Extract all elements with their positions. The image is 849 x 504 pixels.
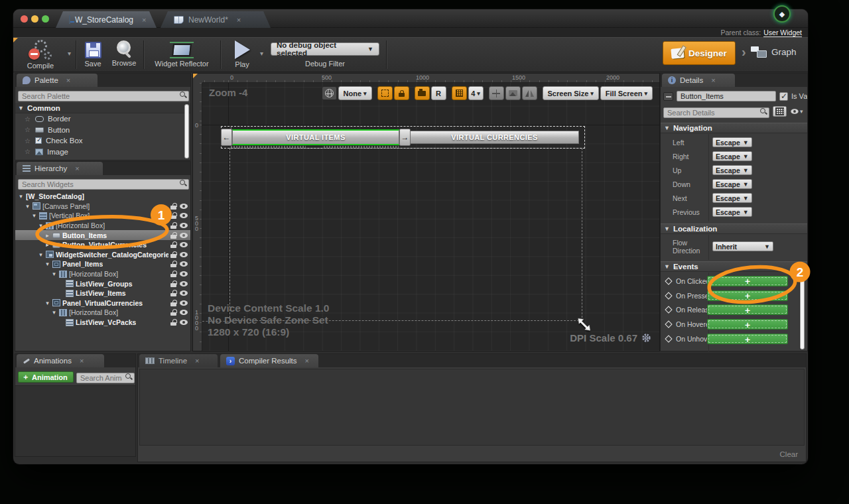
expander-icon[interactable]: ▾ <box>51 309 57 316</box>
expander-icon[interactable]: ▸ <box>44 232 50 239</box>
tab-details[interactable]: i Details × <box>662 74 735 87</box>
anchor-tool-button[interactable] <box>489 86 504 100</box>
tab-compiler-results[interactable]: › Compiler Results × <box>220 354 318 367</box>
close-window-button[interactable] <box>21 15 28 23</box>
compiler-log-area[interactable] <box>139 369 805 446</box>
graph-mode-button[interactable]: Graph <box>751 46 797 58</box>
play-options-chevron-icon[interactable]: ▾ <box>260 50 263 57</box>
lock-icon[interactable] <box>170 203 176 210</box>
section-localization[interactable]: ▼ Localization <box>661 223 807 234</box>
palette-search-input[interactable] <box>18 91 189 101</box>
favorite-star-icon[interactable]: ☆ <box>25 126 31 133</box>
tab-hierarchy[interactable]: Hierarchy × <box>17 162 103 175</box>
canvas-arrow-right-handle[interactable]: → <box>399 129 411 146</box>
flip-preview-button[interactable] <box>522 86 537 100</box>
hierarchy-row-button-items[interactable]: ▸Button_Items <box>15 230 190 240</box>
on-unhovered-add-button[interactable]: ＋ <box>707 334 788 344</box>
localization-preview-button[interactable] <box>322 86 337 100</box>
palette-scrollbar[interactable] <box>184 104 189 158</box>
widget-name-input[interactable] <box>677 91 776 101</box>
palette-item-button[interactable]: ☆Button <box>15 125 190 136</box>
nav-down-dropdown[interactable]: Escape▼ <box>712 179 752 189</box>
close-icon[interactable]: × <box>80 357 84 365</box>
canvas-button-virtual-currencies[interactable]: VIRTUAL CURRENCIES <box>410 131 579 144</box>
palette-section-common[interactable]: ▼ Common <box>15 103 190 113</box>
lock-icon[interactable] <box>170 281 176 287</box>
palette-item-border[interactable]: ☆Border <box>15 113 190 125</box>
ruler-toggle-button[interactable]: R <box>431 86 446 100</box>
visibility-eye-icon[interactable] <box>180 320 188 325</box>
grid-size-stepper[interactable]: 4▾ <box>468 86 484 100</box>
preview-background-button[interactable] <box>505 86 521 100</box>
lock-icon[interactable] <box>170 309 176 316</box>
nav-next-dropdown[interactable]: Escape▼ <box>712 193 752 203</box>
hierarchy-row-listview-items[interactable]: ListView_Items <box>15 288 190 298</box>
designer-mode-button[interactable]: Designer <box>663 41 736 65</box>
save-button[interactable]: Save <box>78 40 107 68</box>
document-tab-w-storecatalog[interactable]: W_StoreCatalog × <box>56 11 157 28</box>
expander-icon[interactable]: ▾ <box>44 261 50 267</box>
visibility-eye-icon[interactable] <box>180 300 188 306</box>
parent-class-link[interactable]: User Widget <box>763 29 802 37</box>
close-icon[interactable]: × <box>237 16 241 24</box>
hierarchy-search-input[interactable] <box>18 179 189 190</box>
lock-icon[interactable] <box>170 232 176 239</box>
lock-icon[interactable] <box>170 300 176 306</box>
add-animation-button[interactable]: ＋ Animation <box>18 371 74 383</box>
lock-icon[interactable] <box>170 290 176 296</box>
visibility-eye-icon[interactable] <box>180 242 188 247</box>
expander-icon[interactable]: ▾ <box>51 271 57 277</box>
lock-icon[interactable] <box>170 212 176 219</box>
lock-icon[interactable] <box>170 271 176 277</box>
lock-icon[interactable] <box>170 251 176 258</box>
toggle-outlines-button[interactable] <box>377 86 393 100</box>
compact-view-button[interactable] <box>663 92 673 101</box>
hierarchy-row-horizontal-box[interactable]: ▾[Horizontal Box] <box>15 269 190 279</box>
visibility-eye-icon[interactable] <box>180 252 188 257</box>
favorite-star-icon[interactable]: ☆ <box>25 137 31 145</box>
lock-icon[interactable] <box>170 241 176 248</box>
lock-icon[interactable] <box>170 261 176 267</box>
on-hovered-add-button[interactable]: ＋ <box>707 319 788 330</box>
nav-left-dropdown[interactable]: Escape▼ <box>712 137 752 147</box>
on-pressed-add-button[interactable]: ＋ <box>707 290 788 301</box>
section-events[interactable]: ▼ Events <box>661 261 807 272</box>
nav-previous-dropdown[interactable]: Escape▼ <box>712 207 752 217</box>
designer-canvas[interactable]: 0500100015002000 05 0 01 0 0 0 Zoom -4 N… <box>192 73 660 351</box>
property-matrix-button[interactable] <box>773 106 787 117</box>
visibility-eye-icon[interactable] <box>180 204 188 209</box>
visibility-eye-icon[interactable] <box>180 261 188 267</box>
gear-icon[interactable] <box>641 333 651 343</box>
canvas-button-virtual-items[interactable]: VIRTUAL ITEMS <box>232 129 399 145</box>
visibility-eye-icon[interactable] <box>180 223 188 228</box>
close-icon[interactable]: × <box>305 357 309 365</box>
expander-icon[interactable]: ▾ <box>25 203 31 210</box>
hierarchy-row-vertical-box[interactable]: ▾[Vertical Box] <box>15 211 190 221</box>
clear-log-button[interactable]: Clear <box>780 450 798 458</box>
close-icon[interactable]: × <box>195 357 199 365</box>
hierarchy-row-listview-groups[interactable]: ListView_Groups <box>15 279 190 288</box>
hierarchy-row-listview-vcpacks[interactable]: ListView_VcPacks <box>15 318 190 328</box>
expander-icon[interactable]: ▾ <box>31 212 37 219</box>
preview-language-dropdown[interactable]: None▾ <box>338 86 372 100</box>
browse-button[interactable]: Browse <box>107 40 141 67</box>
view-options-button[interactable]: ▾ <box>789 106 806 117</box>
lock-icon[interactable] <box>170 319 176 326</box>
palette-item-check-box[interactable]: ☆Check Box <box>15 135 190 147</box>
tab-timeline[interactable]: Timeline × <box>139 354 218 367</box>
expander-icon[interactable]: ▸ <box>44 241 50 248</box>
nav-right-dropdown[interactable]: Escape▼ <box>712 151 752 161</box>
pixel-snap-button[interactable] <box>415 86 430 100</box>
close-icon[interactable]: × <box>142 16 146 24</box>
tab-animations[interactable]: Animations × <box>17 354 104 367</box>
details-scrollbar[interactable] <box>800 277 805 349</box>
close-icon[interactable]: × <box>66 76 70 84</box>
visibility-eye-icon[interactable] <box>180 233 188 238</box>
expander-icon[interactable]: ▾ <box>38 222 44 229</box>
palette-item-image[interactable]: ☆Image <box>15 147 190 158</box>
respect-locks-button[interactable] <box>394 86 409 100</box>
tab-palette[interactable]: Palette × <box>17 74 98 87</box>
hierarchy-row-w-storecatalog[interactable]: ▾[W_StoreCatalog] <box>15 192 190 202</box>
close-icon[interactable]: × <box>75 164 79 172</box>
hierarchy-row-panel-virtualcurrencies[interactable]: ▾Panel_VirtualCurrencies <box>15 298 190 308</box>
